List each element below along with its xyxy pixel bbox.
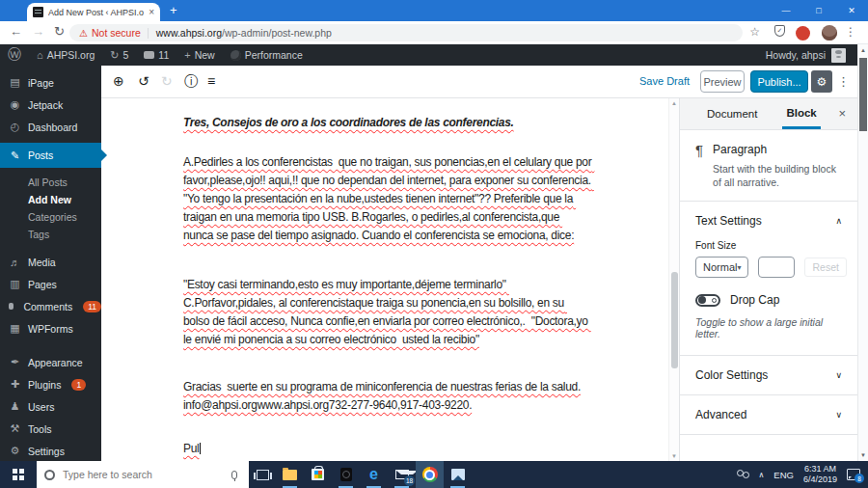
- sidebar-item-dashboard[interactable]: ◴ Dashboard: [0, 116, 101, 138]
- undo-icon[interactable]: ↺: [138, 73, 149, 89]
- window-controls: — □ ✕: [770, 0, 868, 21]
- search-input[interactable]: [63, 469, 224, 480]
- page-scrollbar-thumb[interactable]: [859, 58, 867, 131]
- bookmark-star-icon[interactable]: ☆: [749, 25, 760, 39]
- block-navigation-icon[interactable]: ≡: [207, 73, 215, 89]
- admin-bar-account[interactable]: Howdy, ahpsi: [766, 48, 846, 63]
- add-block-icon[interactable]: ⊕: [113, 73, 124, 89]
- post-paragraph[interactable]: A.Pedirles a los conferencistas que no t…: [183, 153, 592, 245]
- file-explorer-icon[interactable]: [276, 461, 304, 488]
- url-host: www.ahpsi.org: [156, 27, 222, 39]
- sidebar-item-settings[interactable]: ⚙ Settings: [0, 440, 101, 462]
- post-paragraph[interactable]: Gracias suerte en su programa de minicon…: [183, 378, 592, 415]
- editor-canvas[interactable]: Tres, Consejos de oro a los coordinadore…: [101, 98, 668, 461]
- sidebar-item-pages[interactable]: ▥ Pages: [0, 273, 101, 295]
- sidebar-item-appearance[interactable]: ✒ Appearance: [0, 351, 101, 373]
- post-paragraph-title[interactable]: Tres, Consejos de oro a los coordinadore…: [183, 114, 592, 132]
- sidebar-item-wpforms[interactable]: ▦ WPForms: [0, 317, 101, 339]
- admin-bar-comments[interactable]: 11: [144, 49, 169, 61]
- maximize-icon[interactable]: □: [802, 0, 835, 21]
- tab-block[interactable]: Block: [782, 98, 820, 129]
- adblock-extension-icon[interactable]: [796, 26, 810, 41]
- system-tray: ∧ ENG 6:31 AM 6/4/2019 8: [736, 461, 868, 488]
- microphone-icon[interactable]: [231, 471, 237, 479]
- chrome-icon[interactable]: [416, 461, 444, 488]
- preview-button[interactable]: Preview: [700, 70, 745, 93]
- editor-scrollbar[interactable]: ▲ ▼: [668, 98, 679, 461]
- scroll-down-icon[interactable]: ▼: [858, 452, 868, 458]
- admin-bar-performance[interactable]: Performance: [231, 49, 303, 61]
- people-icon[interactable]: [736, 470, 749, 479]
- shield-extension-icon[interactable]: ✓: [774, 25, 785, 37]
- panel-close-icon[interactable]: ×: [838, 106, 846, 121]
- action-center-icon[interactable]: 8: [847, 469, 860, 480]
- photos-icon[interactable]: [444, 461, 472, 488]
- sidebar-item-comments[interactable]: Comments 11: [0, 295, 101, 317]
- sidebar-item-posts[interactable]: ✎ Posts: [0, 143, 101, 168]
- more-options-kebab-icon[interactable]: ⋮: [837, 74, 850, 89]
- editor-scrollbar-thumb[interactable]: [671, 272, 678, 368]
- taskbar-search[interactable]: [37, 461, 249, 488]
- scroll-down-icon[interactable]: ▼: [669, 453, 679, 459]
- edge-icon[interactable]: e: [360, 461, 388, 488]
- reload-icon[interactable]: ↻: [54, 24, 65, 39]
- font-size-custom-input[interactable]: [758, 257, 795, 278]
- block-card: ¶ Paragraph Start with the building bloc…: [680, 130, 857, 202]
- start-button[interactable]: [0, 461, 37, 488]
- sidebar-item-media[interactable]: ♬ Media: [0, 251, 101, 273]
- font-size-select[interactable]: Normal ▾: [695, 257, 748, 278]
- browser-menu-kebab-icon[interactable]: ⋮: [845, 25, 856, 39]
- task-view-button[interactable]: [249, 461, 276, 488]
- sidebar-item-add-new[interactable]: Add New: [0, 191, 101, 208]
- settings-gear-button[interactable]: ⚙: [811, 70, 832, 93]
- text-settings-body: Font Size Normal ▾ Reset Drop Cap Toggle…: [680, 240, 857, 356]
- text-caret: [200, 443, 201, 454]
- tray-chevron-icon[interactable]: ∧: [759, 471, 765, 479]
- advanced-header[interactable]: Advanced ∨: [680, 395, 857, 435]
- dark-app-icon[interactable]: [332, 461, 360, 488]
- minimize-icon[interactable]: —: [770, 0, 802, 21]
- admin-bar-updates[interactable]: ↻ 5: [110, 49, 128, 62]
- sidebar-item-users[interactable]: ♟ Users: [0, 395, 101, 418]
- admin-bar-site-name[interactable]: ⌂ AHPSI.org: [37, 49, 95, 61]
- reset-button[interactable]: Reset: [804, 258, 846, 277]
- redo-icon[interactable]: ↻: [161, 73, 173, 89]
- color-settings-header[interactable]: Color Settings ∨: [680, 356, 857, 395]
- microsoft-store-icon[interactable]: [304, 461, 332, 488]
- browser-tab[interactable]: Add New Post ‹ AHPSI.org — Wo ×: [27, 3, 160, 21]
- text-settings-header[interactable]: Text Settings ∧: [680, 202, 857, 240]
- taskbar-clock[interactable]: 6:31 AM 6/4/2019: [803, 464, 837, 485]
- scroll-up-icon[interactable]: ▲: [858, 47, 868, 53]
- address-bar[interactable]: ⚠ Not secure www.ahpsi.org /wp-admin/pos…: [69, 24, 743, 41]
- content-structure-icon[interactable]: ⓘ: [184, 73, 198, 91]
- sidebar-item-plugins[interactable]: ✚ Plugins 1: [0, 373, 101, 395]
- publish-button[interactable]: Publish...: [750, 70, 808, 93]
- jetpack-icon: ◉: [9, 98, 21, 111]
- wp-logo-icon[interactable]: Ⓦ: [8, 46, 21, 64]
- comment-bubble-icon: [144, 51, 154, 59]
- profile-avatar[interactable]: [822, 25, 837, 41]
- close-icon[interactable]: ✕: [835, 0, 868, 21]
- tab-document[interactable]: Document: [703, 98, 761, 129]
- forward-icon[interactable]: →: [32, 24, 44, 39]
- mail-icon[interactable]: 18: [388, 461, 416, 488]
- post-paragraph[interactable]: "Estoy casi terminando,esto es muy impor…: [183, 276, 592, 349]
- new-tab-button[interactable]: +: [170, 4, 177, 17]
- back-icon[interactable]: ←: [10, 24, 22, 39]
- scroll-up-icon[interactable]: ▲: [669, 100, 679, 106]
- sidebar-item-tools[interactable]: ⚒ Tools: [0, 418, 101, 440]
- post-paragraph-active[interactable]: Pul: [183, 440, 592, 458]
- save-draft-button[interactable]: Save Draft: [639, 75, 690, 87]
- drop-cap-note: Toggle to show a large initial letter.: [695, 316, 842, 339]
- page-scrollbar[interactable]: ▲ ▼: [857, 44, 868, 461]
- not-secure-label[interactable]: Not secure: [92, 27, 141, 39]
- tab-close-icon[interactable]: ×: [149, 7, 154, 17]
- drop-cap-toggle[interactable]: [695, 294, 720, 307]
- sidebar-item-all-posts[interactable]: All Posts: [0, 174, 101, 191]
- sidebar-item-ipage[interactable]: ▤ iPage: [0, 71, 101, 94]
- language-indicator[interactable]: ENG: [773, 470, 794, 480]
- admin-bar-new[interactable]: + New: [184, 49, 214, 61]
- sidebar-item-tags[interactable]: Tags: [0, 226, 101, 243]
- sidebar-item-categories[interactable]: Categories: [0, 208, 101, 226]
- sidebar-item-jetpack[interactable]: ◉ Jetpack: [0, 94, 101, 116]
